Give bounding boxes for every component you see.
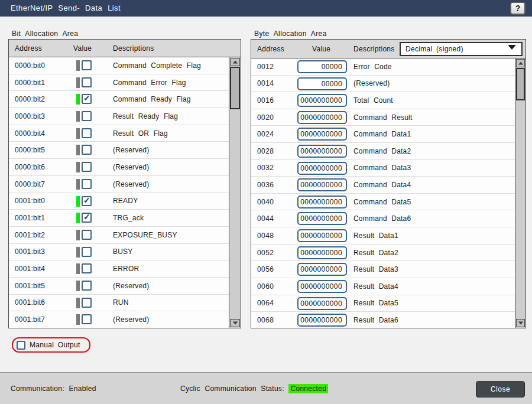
byte-address: 0052 — [257, 249, 274, 257]
arrow-down-icon — [233, 322, 238, 325]
byte-value-input[interactable] — [297, 196, 347, 208]
bit-value-checkbox[interactable]: ✓ — [82, 162, 92, 172]
byte-value-input[interactable] — [297, 212, 347, 225]
byte-table-header: Address Value Descriptions Decimal (sign… — [251, 40, 525, 58]
byte-value-input[interactable] — [297, 229, 347, 242]
byte-allocation-table: Address Value Descriptions Decimal (sign… — [251, 39, 526, 328]
bit-value-checkbox[interactable]: ✓ — [82, 179, 92, 189]
value-indicator-bar — [76, 145, 80, 155]
bit-value-checkbox[interactable]: ✓ — [82, 314, 92, 324]
byte-address: 0060 — [257, 282, 274, 291]
bit-description: (Reserved) — [113, 315, 149, 324]
bit-value-checkbox[interactable]: ✓ — [82, 77, 92, 87]
byte-row: 0028 Command Data2 — [251, 143, 515, 160]
bit-col-address: Address — [15, 44, 42, 53]
value-indicator-bar — [76, 179, 80, 190]
bit-address: 0000:bit6 — [15, 163, 45, 171]
bit-value-checkbox[interactable]: ✓ — [82, 281, 92, 291]
bit-value-checkbox[interactable]: ✓ — [82, 94, 92, 104]
bit-row: 0001:bit1 ✓ TRG_ack — [9, 210, 229, 227]
scroll-thumb[interactable] — [230, 67, 240, 109]
byte-row: 0048 Result Data1 — [251, 227, 515, 245]
bit-address: 0000:bit4 — [15, 129, 45, 138]
byte-value-input[interactable] — [297, 297, 347, 310]
value-indicator-bar — [76, 247, 80, 258]
bit-value-checkbox[interactable]: ✓ — [82, 263, 92, 273]
bit-description: RUN — [113, 298, 129, 307]
bit-value-checkbox[interactable]: ✓ — [82, 145, 92, 155]
byte-row: 0044 Command Data6 — [251, 210, 515, 227]
byte-row: 0064 Result Data5 — [251, 295, 515, 312]
byte-value-input[interactable] — [297, 280, 347, 293]
value-format-selected: Decimal (signed) — [406, 45, 463, 53]
bit-address: 0000:bit3 — [15, 112, 45, 120]
byte-address: 0048 — [257, 232, 274, 240]
bit-value-checkbox[interactable]: ✓ — [82, 230, 92, 240]
bit-value-checkbox[interactable]: ✓ — [82, 213, 92, 223]
bit-allocation-table: Address Value Descriptions 0000:bit0 ✓ C… — [8, 39, 241, 328]
bit-value-checkbox[interactable]: ✓ — [82, 111, 92, 121]
value-format-dropdown[interactable]: Decimal (signed) — [400, 42, 523, 56]
byte-table-scrollbar[interactable] — [515, 58, 525, 328]
byte-value-input[interactable] — [297, 60, 347, 73]
bit-address: 0001:bit4 — [15, 265, 45, 273]
byte-value-input[interactable] — [297, 263, 347, 276]
byte-description: Result Data2 — [353, 249, 398, 257]
bit-row: 0000:bit1 ✓ Command Error Flag — [9, 74, 229, 92]
bit-value-checkbox[interactable]: ✓ — [82, 128, 92, 138]
byte-col-descriptions: Descriptions — [353, 45, 395, 53]
bit-address: 0000:bit2 — [15, 95, 45, 103]
byte-col-address: Address — [257, 45, 284, 53]
byte-description: Result Data6 — [353, 316, 398, 324]
byte-value-input[interactable] — [297, 94, 347, 107]
communication-label: Communication: — [11, 385, 64, 393]
byte-value-input[interactable] — [297, 128, 347, 141]
scroll-up-button[interactable] — [516, 59, 525, 67]
byte-row: 0068 Result Data6 — [251, 312, 515, 328]
byte-value-input[interactable] — [297, 162, 347, 175]
bit-value-checkbox[interactable]: ✓ — [82, 298, 92, 308]
byte-description: Command Data3 — [353, 164, 411, 172]
bit-row: 0000:bit6 ✓ (Reserved) — [9, 159, 229, 176]
manual-output-group[interactable]: ✓ Manual Output — [12, 337, 90, 353]
scroll-down-button[interactable] — [516, 319, 525, 327]
footer-bar: Communication: Enabled Cyclic Communicat… — [0, 373, 532, 404]
close-button[interactable]: Close — [476, 381, 525, 398]
byte-row: 0036 Command Data4 — [251, 177, 515, 194]
byte-address: 0024 — [257, 130, 274, 138]
arrow-up-icon — [233, 61, 238, 64]
byte-row: 0020 Command Result — [251, 109, 515, 126]
scroll-up-button[interactable] — [230, 58, 240, 66]
bit-row: 0000:bit0 ✓ Command Complete Flag — [9, 57, 229, 74]
byte-address: 0020 — [257, 113, 274, 122]
titlebar: EtherNet/IP Send- Data List ? — [0, 0, 532, 17]
value-indicator-bar — [76, 77, 80, 88]
byte-value-input[interactable] — [297, 246, 347, 259]
bit-value-checkbox[interactable]: ✓ — [82, 247, 92, 257]
bit-description: BUSY — [113, 247, 132, 256]
byte-row: 0052 Result Data2 — [251, 245, 515, 262]
byte-address: 0044 — [257, 214, 274, 223]
value-indicator-bar — [76, 128, 80, 139]
byte-value-input[interactable] — [297, 111, 347, 124]
byte-description: Command Data6 — [353, 214, 411, 223]
bit-table-scrollbar[interactable] — [229, 57, 241, 328]
bit-description: (Reserved) — [113, 180, 149, 188]
byte-value-input[interactable] — [297, 77, 347, 90]
bit-value-checkbox[interactable]: ✓ — [82, 60, 92, 70]
byte-value-input[interactable] — [297, 314, 347, 327]
byte-value-input[interactable] — [297, 178, 347, 191]
byte-value-input[interactable] — [297, 145, 347, 158]
bit-value-checkbox[interactable]: ✓ — [82, 196, 92, 206]
bit-address: 0000:bit0 — [15, 61, 45, 70]
byte-description: (Reserved) — [353, 79, 390, 87]
bit-address: 0000:bit7 — [15, 180, 45, 188]
bit-col-descriptions: Descriptions — [113, 44, 154, 53]
scroll-thumb[interactable] — [516, 68, 525, 100]
bit-table-header: Address Value Descriptions — [9, 40, 241, 57]
check-icon: ✓ — [83, 93, 90, 103]
bit-row: 0000:bit5 ✓ (Reserved) — [9, 142, 229, 159]
manual-output-checkbox[interactable]: ✓ — [17, 341, 25, 350]
scroll-down-button[interactable] — [230, 319, 240, 327]
help-button[interactable]: ? — [510, 2, 525, 15]
